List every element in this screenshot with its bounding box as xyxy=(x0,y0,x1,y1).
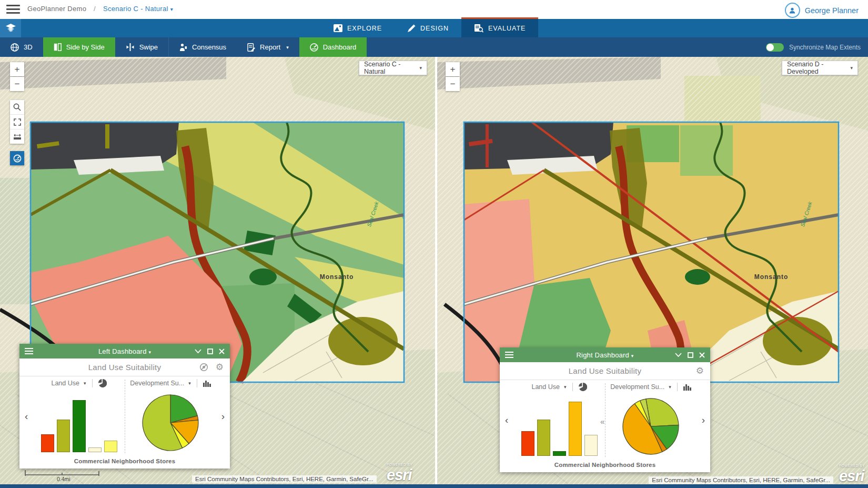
consensus-button[interactable]: Consensus xyxy=(169,37,237,57)
toolbar-label: Consensus xyxy=(192,43,226,51)
collapse-icon[interactable] xyxy=(675,353,682,357)
zoom-in-button[interactable]: + xyxy=(10,62,24,76)
right-dashboard-body: ‹ › « Land Use ▾ Development Su... ▾ xyxy=(500,380,710,460)
report-button[interactable]: Report ▾ xyxy=(237,37,299,57)
person-icon xyxy=(789,7,796,14)
collapse-icon[interactable] xyxy=(195,349,201,353)
swipe-button[interactable]: Swipe xyxy=(115,37,168,57)
globe-icon xyxy=(11,43,19,52)
zoom-out-button[interactable]: − xyxy=(10,77,24,91)
measure-icon xyxy=(13,134,22,140)
dashboard-gauge-icon xyxy=(310,43,318,52)
hamburger-menu-icon[interactable] xyxy=(6,5,20,14)
search-button[interactable] xyxy=(10,100,24,115)
bar-4 xyxy=(584,435,598,456)
dashboard-footer-label: Commercial Neighborhood Stores xyxy=(19,456,230,471)
scenario-breadcrumb-dropdown[interactable]: Scenario C - Natural ▾ xyxy=(103,5,173,13)
widget-selector[interactable]: Development Su... xyxy=(130,380,184,387)
tab-explore[interactable]: EXPLORE xyxy=(321,19,395,37)
left-dashboard-header[interactable]: Left Dashboard ▾ xyxy=(19,344,230,358)
widget-selector[interactable]: Land Use xyxy=(51,380,79,387)
dashboard-gauge-icon xyxy=(13,154,22,163)
consensus-icon xyxy=(179,43,187,52)
toolbar-label: Report xyxy=(260,43,280,51)
user-name: George Planner xyxy=(805,6,859,15)
toolbar-label: 3D xyxy=(24,43,33,51)
pie-chart-icon[interactable] xyxy=(98,379,107,387)
dashboard-map-tool-button[interactable] xyxy=(10,151,24,165)
gear-icon[interactable]: ⚙ xyxy=(696,365,704,376)
toolbar-label: Side by Side xyxy=(66,43,105,51)
zoom-in-button-right[interactable]: + xyxy=(446,62,460,76)
mode-tabs: EXPLORE DESIGN EVALUATE xyxy=(321,19,538,37)
widget-selector[interactable]: Development Su... xyxy=(610,383,664,391)
widget-divider xyxy=(125,380,125,453)
scenario-selector-label: Scenario C - Natural xyxy=(364,61,415,75)
pie-slice-0 xyxy=(646,399,679,426)
expand-icon xyxy=(14,118,21,126)
visibility-icon[interactable] xyxy=(199,363,208,372)
bar-0 xyxy=(41,434,54,452)
right-dashboard-header[interactable]: Right Dashboard ▾ xyxy=(500,347,710,362)
3d-button[interactable]: 3D xyxy=(0,37,43,57)
next-page-arrow[interactable]: › xyxy=(221,411,225,421)
maximize-icon[interactable] xyxy=(207,348,213,354)
esri-logo-left: POWERED BY esri xyxy=(387,463,412,483)
scenario-selector-label: Scenario D - Developed xyxy=(787,61,846,75)
attribution-left: Esri Community Maps Contributors, Esri, … xyxy=(192,475,377,483)
pie-chart-icon[interactable] xyxy=(579,383,587,391)
full-extent-button[interactable] xyxy=(10,115,24,130)
pencil-icon xyxy=(407,24,416,33)
land-use-bar-chart xyxy=(41,393,117,452)
gear-icon[interactable]: ⚙ xyxy=(216,362,224,373)
bar-1 xyxy=(57,420,70,452)
nav-bar: EXPLORE DESIGN EVALUATE xyxy=(0,19,868,37)
chevron-down-icon: ▾ xyxy=(170,6,173,12)
chevron-down-icon: ▾ xyxy=(419,65,422,71)
bar-0 xyxy=(521,431,534,456)
bar-chart-icon[interactable] xyxy=(203,380,211,387)
left-dashboard-body: ‹ › Land Use ▾ Development Su... ▾ xyxy=(19,376,230,456)
toolbar-label: Swipe xyxy=(139,43,158,51)
user-menu[interactable]: George Planner xyxy=(785,3,859,18)
chevron-down-icon: ▾ xyxy=(188,381,191,386)
land-use-widget: Land Use ▾ xyxy=(36,376,122,452)
top-bar: GeoPlanner Demo / Scenario C - Natural ▾… xyxy=(0,0,868,19)
close-icon[interactable] xyxy=(219,348,225,354)
dashboard-button[interactable]: Dashboard xyxy=(299,37,367,57)
maximize-icon[interactable] xyxy=(688,352,693,358)
chevron-down-icon: ▾ xyxy=(84,381,86,386)
land-use-widget: Land Use ▾ xyxy=(517,380,602,456)
bar-2 xyxy=(73,400,86,452)
development-suitability-widget: Development Su... ▾ xyxy=(608,380,693,456)
synchronize-toggle[interactable] xyxy=(766,43,784,52)
layers-button[interactable] xyxy=(0,19,21,37)
toggle-knob xyxy=(766,44,774,51)
avatar xyxy=(785,3,800,18)
scenario-selector-right[interactable]: Scenario D - Developed ▾ xyxy=(782,61,858,75)
map-label-monsanto-right: Monsanto xyxy=(754,273,789,281)
measure-button[interactable] xyxy=(10,130,24,144)
scenario-selector-left[interactable]: Scenario C - Natural ▾ xyxy=(359,61,427,75)
tab-design[interactable]: DESIGN xyxy=(395,19,461,37)
widget-selector[interactable]: Land Use xyxy=(531,383,560,391)
left-dashboard-panel: Left Dashboard ▾ Land Use Suitability ⚙ … xyxy=(19,344,230,469)
next-page-arrow[interactable]: › xyxy=(702,415,705,425)
development-suitability-widget: Development Su... ▾ xyxy=(128,376,213,452)
explore-icon xyxy=(334,24,342,32)
right-dashboard-panel: Right Dashboard ▾ Land Use Suitability ⚙… xyxy=(500,347,710,472)
attribution-right: Esri Community Maps Contributors, Esri, … xyxy=(649,476,833,484)
bar-chart-icon[interactable] xyxy=(683,383,691,391)
prev-page-arrow[interactable]: ‹ xyxy=(505,415,508,425)
tab-evaluate[interactable]: EVALUATE xyxy=(461,17,538,37)
chevron-down-icon: ▾ xyxy=(564,384,567,390)
chevron-down-icon: ▾ xyxy=(850,65,853,71)
prev-page-arrow[interactable]: ‹ xyxy=(25,411,28,421)
chevron-down-icon: ▾ xyxy=(148,350,151,355)
zoom-out-button-right[interactable]: − xyxy=(446,77,460,91)
sync-extents-control: Synchronize Map Extents xyxy=(766,37,861,57)
app-title: GeoPlanner Demo xyxy=(27,5,86,13)
side-by-side-button[interactable]: Side by Side xyxy=(43,37,115,57)
close-icon[interactable] xyxy=(699,352,705,358)
report-icon xyxy=(247,43,255,52)
